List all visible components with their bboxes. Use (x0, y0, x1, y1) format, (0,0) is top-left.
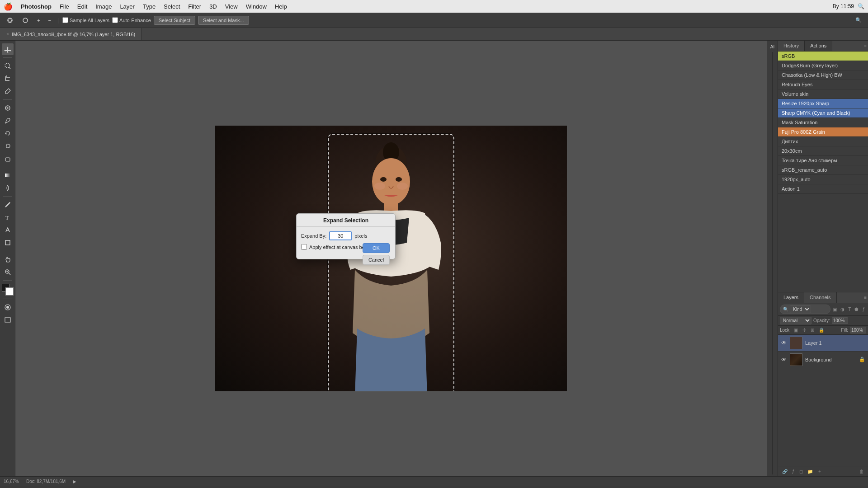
auto-enhance-input[interactable] (112, 17, 118, 23)
action-item[interactable]: Retouch Eyes (778, 80, 868, 89)
menu-3d[interactable]: 3D (206, 2, 221, 11)
tab-channels[interactable]: Channels (804, 292, 836, 303)
document-tab[interactable]: × IMG_6343_плохой_фон.tif @ 16,7% (Layer… (0, 28, 142, 40)
layer-adj-icon[interactable]: ◑ (839, 307, 846, 312)
canvas-bounds-checkbox[interactable] (301, 244, 307, 250)
action-item[interactable]: Точка-тире Аня стикеры (778, 156, 868, 165)
move-tool[interactable] (2, 43, 14, 55)
gradient-tool[interactable] (2, 169, 14, 181)
blend-mode-select[interactable]: Normal (780, 317, 811, 324)
eraser-tool[interactable] (2, 153, 14, 164)
foreground-background-color[interactable] (2, 284, 14, 296)
action-item[interactable]: sRGB (778, 52, 868, 61)
dialog-buttons: OK Cancel (363, 243, 390, 265)
tab-close-icon[interactable]: × (6, 32, 9, 37)
lock-position-btn[interactable]: ✢ (801, 328, 807, 333)
brush-tool[interactable] (2, 115, 14, 127)
action-item[interactable]: Fuji Pro 800Z Grain (778, 127, 868, 137)
menu-photoshop[interactable]: Photoshop (17, 2, 55, 11)
action-item[interactable]: 1920px_auto (778, 175, 868, 184)
add-selection-icon[interactable]: + (34, 17, 42, 24)
new-layer-btn[interactable]: ＋ (816, 468, 823, 474)
opacity-input[interactable] (832, 317, 848, 324)
new-group-btn[interactable]: 📁 (806, 468, 814, 474)
dodge-tool[interactable] (2, 182, 14, 194)
quick-selection-tool[interactable] (4, 16, 16, 25)
menu-help[interactable]: Help (271, 2, 291, 11)
ok-button[interactable]: OK (363, 243, 390, 253)
healing-brush-tool[interactable] (2, 102, 14, 114)
arrow-icon[interactable]: ▶ (73, 479, 76, 484)
menu-image[interactable]: Image (92, 2, 115, 11)
cancel-button[interactable]: Cancel (363, 255, 390, 265)
action-item[interactable]: Диптих (778, 137, 868, 146)
menu-view[interactable]: View (222, 2, 241, 11)
menu-edit[interactable]: Edit (74, 2, 91, 11)
action-item[interactable]: Mask Saturation (778, 118, 868, 127)
search-icon[interactable]: 🔍 (853, 16, 864, 24)
text-tool[interactable]: T (2, 211, 14, 223)
sample-all-layers-input[interactable] (62, 17, 68, 23)
eyedropper-tool[interactable] (2, 85, 14, 97)
delete-layer-btn[interactable]: 🗑 (858, 468, 865, 474)
screen-mode-tool[interactable] (2, 314, 14, 326)
pen-tool[interactable] (2, 199, 14, 211)
layer-shape-icon[interactable]: ⬟ (853, 307, 860, 312)
hand-tool[interactable] (2, 253, 14, 265)
path-selection-tool[interactable] (2, 224, 14, 236)
link-layers-btn[interactable]: 🔗 (781, 468, 789, 474)
layer-type-icon[interactable]: T (847, 307, 852, 312)
action-item[interactable]: Volume skin (778, 89, 868, 99)
layer-effects-icon[interactable]: ƒ (861, 307, 866, 312)
fill-input[interactable] (850, 327, 866, 333)
layer-visibility-icon[interactable]: 👁 (781, 340, 787, 346)
canvas-bounds-checkbox-row[interactable]: Apply effect at canvas bounds (301, 244, 359, 250)
subtract-selection-icon[interactable]: − (45, 17, 53, 24)
layer-effects-btn[interactable]: ƒ (791, 468, 796, 474)
action-item[interactable]: Resize 1920px Sharp (778, 99, 868, 108)
menu-file[interactable]: File (56, 2, 73, 11)
action-item[interactable]: sRGB_rename_auto (778, 165, 868, 175)
action-item[interactable]: Sharp CMYK (Cyan and Black) (778, 108, 868, 118)
kind-select[interactable]: Kind (790, 305, 811, 313)
tab-layers[interactable]: Layers (778, 292, 804, 303)
zoom-tool[interactable] (2, 266, 14, 278)
menu-search-icon[interactable]: 🔍 (858, 3, 864, 9)
apple-menu-icon[interactable]: 🍎 (4, 2, 13, 11)
select-and-mask-button[interactable]: Select and Mask... (198, 16, 249, 25)
select-subject-button[interactable]: Select Subject (154, 16, 195, 25)
menu-filter[interactable]: Filter (184, 2, 205, 11)
layer-pixel-icon[interactable]: ▣ (831, 307, 838, 312)
lock-artboard-btn[interactable]: ⊞ (809, 328, 816, 333)
layers-collapse-btn[interactable]: ≡ (863, 292, 868, 303)
action-item[interactable]: 20x30cm (778, 146, 868, 156)
expand-by-input[interactable] (329, 231, 352, 240)
crop-tool[interactable] (2, 73, 14, 84)
action-item[interactable]: Action 1 (778, 184, 868, 194)
layer-visibility-icon[interactable]: 👁 (781, 357, 787, 363)
layer-mask-btn[interactable]: ◻ (798, 468, 804, 474)
menu-layer[interactable]: Layer (116, 2, 138, 11)
clone-stamp-tool[interactable] (2, 127, 14, 139)
lock-all-btn[interactable]: 🔒 (817, 328, 826, 333)
rectangle-tool[interactable] (2, 237, 14, 249)
auto-enhance-checkbox[interactable]: Auto-Enhance (112, 17, 151, 23)
tab-history[interactable]: History (778, 41, 805, 51)
tab-actions[interactable]: Actions (805, 41, 832, 51)
brush-size-icon[interactable] (19, 16, 32, 25)
menu-select[interactable]: Select (160, 2, 184, 11)
lock-pixels-btn[interactable]: ▣ (793, 328, 799, 333)
quick-mask-tool[interactable] (2, 301, 14, 313)
sample-all-layers-checkbox[interactable]: Sample All Layers (62, 17, 109, 23)
quick-selection-tool-left[interactable] (2, 60, 14, 72)
action-item[interactable]: Dodge&Burn (Grey layer) (778, 61, 868, 70)
layer-item[interactable]: 👁Layer 1 (778, 335, 868, 352)
action-item[interactable]: Chasotka (Low & High) BW (778, 70, 868, 80)
panel-collapse-btn[interactable]: ≡ (863, 41, 868, 51)
ai-icon[interactable]: AI (769, 43, 775, 50)
history-brush-tool[interactable] (2, 140, 14, 152)
layer-item[interactable]: 👁Background🔒 (778, 352, 868, 368)
svg-text:T: T (5, 214, 9, 221)
menu-type[interactable]: Type (139, 2, 159, 11)
menu-window[interactable]: Window (242, 2, 270, 11)
